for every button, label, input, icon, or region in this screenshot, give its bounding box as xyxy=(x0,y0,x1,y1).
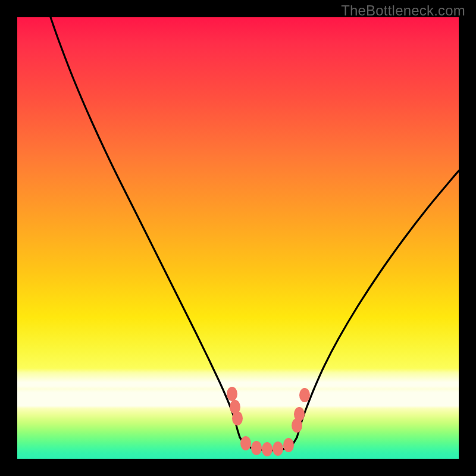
marker-dot-7 xyxy=(283,438,294,452)
chart-plot-area xyxy=(17,17,459,459)
marker-dot-6 xyxy=(273,441,283,456)
dots-group xyxy=(227,387,310,456)
curve-right-curve xyxy=(297,171,459,437)
marker-dot-10 xyxy=(299,388,310,402)
marker-dot-4 xyxy=(251,441,262,455)
marker-dot-3 xyxy=(240,436,251,450)
marker-dot-5 xyxy=(262,442,273,456)
marker-dot-0 xyxy=(227,387,237,401)
curve-left-curve xyxy=(51,17,240,437)
watermark-text: TheBottleneck.com xyxy=(341,2,465,19)
curves-group xyxy=(51,17,459,450)
chart-svg xyxy=(17,17,459,459)
marker-dot-9 xyxy=(294,407,305,421)
marker-dot-2 xyxy=(232,411,243,425)
outer-frame: TheBottleneck.com xyxy=(0,0,476,476)
